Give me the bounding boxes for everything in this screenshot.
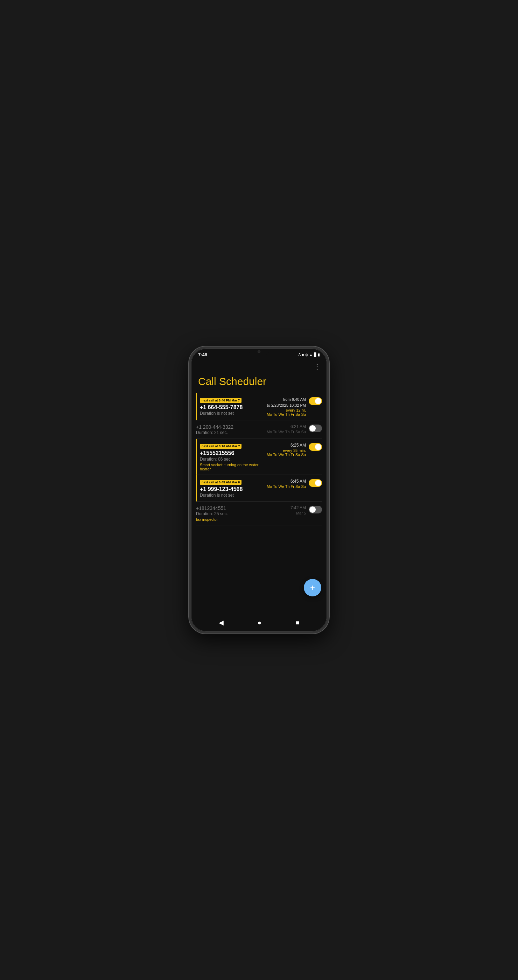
item-left: next call at 6:45 AM Mar 8 +1 999-123-45… (200, 479, 267, 498)
days: Mo Tu We Th Fr Sa Su (267, 430, 306, 434)
duration: Duration is not set (200, 493, 267, 498)
item-left: next call at 6:40 PM Mar 7 +1 664-555-78… (200, 396, 267, 416)
days: Mo Tu We Th Fr Sa Su (267, 453, 306, 457)
time-info: 7:42 AM Mar 5 (291, 505, 306, 515)
schedule-list: next call at 6:40 PM Mar 7 +1 664-555-78… (191, 393, 327, 525)
frequency: every 12 hr. (267, 408, 306, 412)
toggle-knob (315, 480, 321, 486)
time-info: 6:21 AM Mo Tu We Th Fr Sa Su (267, 424, 306, 434)
toggle-knob (315, 398, 321, 404)
media-icon: ■ (302, 353, 304, 356)
app-header: ⋮ (191, 359, 327, 374)
time-info: 6:25 AM every 35 min. Mo Tu We Th Fr Sa … (267, 442, 306, 457)
notch (248, 348, 270, 355)
power-button[interactable] (328, 412, 329, 433)
wifi-icon: ▲ (309, 353, 313, 357)
phone-number: +1812344551 (196, 505, 291, 511)
schedule-item: next call at 8:10 AM Mar 7 +1555215556 D… (196, 439, 322, 475)
phone-frame: 7:46 A ■ ◎ ▲ ▊ ▮ ⋮ Call Scheduler next c… (189, 347, 329, 633)
toggle-knob (310, 506, 316, 513)
schedule-note: tax inspector (196, 517, 291, 522)
time: 6:25 AM (267, 442, 306, 449)
toggle-switch[interactable] (309, 397, 322, 405)
duration: Duration: 25 sec. (196, 511, 291, 516)
phone-number: +1 200-444-3322 (196, 424, 267, 430)
home-button[interactable]: ● (253, 618, 265, 628)
add-schedule-button[interactable]: + (304, 579, 321, 597)
duration: Duration is not set (200, 411, 267, 416)
toggle-switch[interactable] (309, 425, 322, 432)
item-right: 6:45 AM Mo Tu We Th Fr Sa Su (267, 479, 322, 488)
schedule-item: +1812344551 Duration: 25 sec. tax inspec… (196, 501, 322, 525)
time: 6:21 AM (267, 424, 306, 430)
phone-number: +1555215556 (200, 450, 267, 457)
signal-icon: ▊ (314, 352, 317, 357)
item-right: 6:25 AM every 35 min. Mo Tu We Th Fr Sa … (267, 442, 322, 457)
camera (257, 350, 261, 353)
battery-icon: ▮ (318, 352, 320, 357)
screen: 7:46 A ■ ◎ ▲ ▊ ▮ ⋮ Call Scheduler next c… (191, 348, 327, 632)
plus-icon: + (310, 584, 315, 592)
duration: Duration: 21 sec. (196, 430, 267, 435)
item-left: +1812344551 Duration: 25 sec. tax inspec… (196, 505, 291, 522)
status-icons: A ■ ◎ ▲ ▊ ▮ (298, 352, 320, 357)
time-info: from 6:40 AMto 2/28/2025 10:32 PM every … (267, 396, 306, 417)
back-button[interactable]: ◀ (215, 617, 228, 628)
time-info: 6:45 AM Mo Tu We Th Fr Sa Su (267, 479, 306, 488)
days: Mar 5 (291, 511, 306, 515)
time: 6:45 AM (267, 479, 306, 484)
item-right: 7:42 AM Mar 5 (291, 505, 322, 515)
phone-number: +1 664-555-7878 (200, 404, 267, 410)
next-call-badge: next call at 6:40 PM Mar 7 (200, 398, 242, 403)
schedule-note: Smart socket: turning on the water heate… (200, 463, 267, 471)
toggle-switch[interactable] (309, 506, 322, 514)
spacer (191, 525, 327, 554)
schedule-item: next call at 6:45 AM Mar 8 +1 999-123-45… (196, 475, 322, 501)
notification-icon: A (298, 353, 301, 356)
recent-button[interactable]: ■ (291, 618, 303, 628)
item-left: next call at 8:10 AM Mar 7 +1555215556 D… (200, 442, 267, 471)
time: 7:42 AM (291, 505, 306, 511)
status-time: 7:46 (198, 352, 207, 357)
days: Mo Tu We Th Fr Sa Su (267, 412, 306, 417)
next-call-badge: next call at 8:10 AM Mar 7 (200, 444, 242, 449)
frequency: every 35 min. (267, 449, 306, 453)
toggle-switch[interactable] (309, 443, 322, 451)
item-right: 6:21 AM Mo Tu We Th Fr Sa Su (267, 424, 322, 434)
item-right: from 6:40 AMto 2/28/2025 10:32 PM every … (267, 396, 322, 417)
schedule-item: +1 200-444-3322 Duration: 21 sec. 6:21 A… (196, 420, 322, 439)
schedule-item: next call at 6:40 PM Mar 7 +1 664-555-78… (196, 393, 322, 420)
toggle-knob (315, 444, 321, 450)
from-to: from 6:40 AMto 2/28/2025 10:32 PM (267, 396, 306, 408)
app-title: Call Scheduler (191, 374, 327, 393)
vol-up-button[interactable] (189, 405, 190, 418)
days: Mo Tu We Th Fr Sa Su (267, 484, 306, 488)
duration: Duration: 06 sec. (200, 457, 267, 461)
phone-number: +1 999-123-4568 (200, 486, 267, 492)
toggle-knob (310, 425, 316, 431)
sync-icon: ◎ (305, 353, 308, 356)
toggle-switch[interactable] (309, 479, 322, 487)
vol-down-button[interactable] (189, 422, 190, 436)
app-content: ⋮ Call Scheduler next call at 6:40 PM Ma… (191, 359, 327, 614)
next-call-badge: next call at 6:45 AM Mar 8 (200, 480, 242, 485)
menu-button[interactable]: ⋮ (312, 361, 322, 372)
nav-bar: ◀ ● ■ (191, 614, 327, 632)
item-left: +1 200-444-3322 Duration: 21 sec. (196, 424, 267, 435)
